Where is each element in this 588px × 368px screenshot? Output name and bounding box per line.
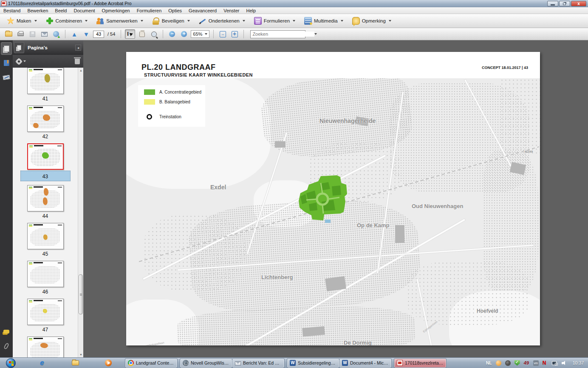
save-button[interactable]: [27, 29, 37, 39]
samenwerken-label: Samenwerken: [106, 18, 138, 23]
chevron-down-icon: [243, 20, 245, 22]
samenwerken-button[interactable]: Samenwerken: [94, 15, 147, 26]
zoom-level-dropdown[interactable]: 65%: [191, 30, 209, 38]
bookmarks-panel-button[interactable]: [1, 57, 12, 69]
page-number-input[interactable]: [93, 31, 104, 38]
language-indicator[interactable]: NL: [486, 360, 492, 365]
page-thumbnail-45[interactable]: 45: [13, 223, 78, 257]
printer-icon: [17, 32, 24, 36]
marquee-zoom-button[interactable]: [149, 29, 159, 39]
chevron-down-icon[interactable]: [23, 60, 26, 62]
ondertekenen-button[interactable]: Ondertekenen: [196, 15, 249, 26]
search-box[interactable]: [250, 30, 305, 38]
document-view-area[interactable]: PL.20 LANDGRAAF STRUCTUURVISIE KAART WIN…: [83, 40, 588, 357]
quicklaunch-explorer[interactable]: [71, 359, 79, 367]
tray-clock[interactable]: 10:37: [573, 360, 584, 365]
menu-bestand[interactable]: Bestand: [0, 8, 24, 13]
menu-bewerken[interactable]: Bewerken: [24, 8, 51, 13]
gear-icon[interactable]: [16, 59, 22, 64]
attachments-panel-button[interactable]: [1, 339, 12, 352]
comments-panel-button[interactable]: [1, 325, 12, 338]
task-acrobat-active[interactable]: 170118svrezlretailpar...: [394, 359, 446, 368]
page-thumbnail-46[interactable]: 46: [13, 261, 78, 295]
menu-help[interactable]: Help: [243, 8, 259, 13]
fit-page-button[interactable]: ✛: [229, 29, 240, 39]
pages-panel-header-button[interactable]: [14, 42, 24, 53]
print-button[interactable]: [15, 29, 25, 39]
task-groupwise-message[interactable]: Bericht Van: Ed Claes...: [232, 359, 284, 368]
groupwise-icon: [183, 360, 189, 366]
menu-venster[interactable]: Venster: [220, 8, 243, 13]
zoom-in-button[interactable]: +: [179, 29, 189, 39]
task-word-document4[interactable]: W Document4 - Micros...: [339, 359, 391, 368]
pages-panel-button[interactable]: [1, 42, 12, 55]
word-icon: W: [290, 360, 296, 366]
quicklaunch-media-player[interactable]: [104, 359, 113, 367]
beveiligen-button[interactable]: Beveiligen: [150, 15, 194, 26]
page-thumbnail-43-selected[interactable]: 43: [13, 143, 78, 181]
maken-button[interactable]: Maken: [4, 15, 41, 26]
tray-black-circle-icon[interactable]: [505, 360, 511, 366]
task-chrome-landgraaf[interactable]: Landgraaf Content ...: [125, 359, 177, 368]
page-thumbnail-47[interactable]: 47: [13, 299, 78, 333]
tray-green-shield-icon[interactable]: [514, 360, 520, 366]
title-bar: 170118svrezlretailparkstadlimburgv06.pdf…: [0, 0, 588, 7]
concept-stamp: CONCEPT 18.01.2017 | 43: [482, 66, 528, 70]
plus-icon: +: [181, 31, 187, 37]
collaborate-people-icon: [96, 17, 104, 25]
tray-novell-n-icon[interactable]: N: [543, 360, 548, 366]
combineren-button[interactable]: Combineren: [43, 15, 92, 26]
fit-width-button[interactable]: ↔: [218, 29, 228, 39]
page-thumbnail-42[interactable]: 42: [13, 106, 78, 140]
previous-page-button[interactable]: ▲: [69, 29, 79, 39]
pdf-page: PL.20 LANDGRAAF STRUCTUURVISIE KAART WIN…: [126, 52, 540, 345]
page-thumbnail-41[interactable]: 41: [13, 68, 78, 102]
chevron-down-icon: [34, 20, 37, 22]
tray-speaker-icon[interactable]: [562, 360, 567, 366]
select-tool-button[interactable]: [125, 29, 135, 39]
email-icon: [41, 32, 48, 37]
magnifier-icon: [151, 31, 157, 37]
menu-opmerkingen[interactable]: Opmerkingen: [99, 8, 133, 13]
menu-geavanceerd[interactable]: Geavanceerd: [185, 8, 220, 13]
minimize-button[interactable]: [547, 1, 558, 6]
hand-tool-button[interactable]: [137, 29, 147, 39]
scrollbar-thumb[interactable]: [79, 274, 83, 314]
maken-label: Maken: [17, 18, 31, 23]
open-button[interactable]: [3, 29, 14, 39]
tray-red-glyph-icon[interactable]: 49: [524, 360, 529, 366]
tray-network-icon[interactable]: [552, 360, 558, 366]
next-page-button[interactable]: ▼: [81, 29, 91, 39]
upload-web-button[interactable]: [51, 29, 61, 39]
thumbnail-scrollbar[interactable]: ▲ ▼: [78, 68, 83, 357]
multimedia-button[interactable]: Multimedia: [302, 15, 347, 26]
menu-beeld[interactable]: Beeld: [51, 8, 70, 13]
menu-opties[interactable]: Opties: [165, 8, 185, 13]
tray-vm-icon[interactable]: vm: [533, 360, 539, 366]
task-groupwise[interactable]: Novell GroupWise - ...: [180, 359, 232, 368]
trash-icon[interactable]: [75, 59, 80, 64]
collapse-panel-button[interactable]: ◂: [75, 45, 81, 51]
formulieren-button[interactable]: Formulieren: [252, 15, 299, 26]
menu-document[interactable]: Document: [70, 8, 98, 13]
page-thumbnail-48[interactable]: 48: [13, 337, 78, 357]
task-word-subsidieregeling[interactable]: W Subsidieregeling Bel...: [287, 359, 339, 368]
pages-panel-title: Pagina's: [28, 45, 48, 50]
combineren-label: Combineren: [56, 18, 82, 23]
menu-formulieren[interactable]: Formulieren: [133, 8, 165, 13]
signature-icon: [3, 75, 10, 80]
email-button[interactable]: [39, 29, 49, 39]
restore-button[interactable]: [559, 1, 570, 6]
start-button[interactable]: [6, 358, 16, 368]
signatures-panel-button[interactable]: [1, 71, 12, 84]
search-input[interactable]: [251, 31, 314, 37]
legend-swatch-concentratiegebied: [144, 89, 155, 95]
opmerking-button[interactable]: Opmerking: [350, 15, 395, 26]
zoom-out-button[interactable]: −: [167, 29, 177, 39]
page-thumbnail-44[interactable]: 44: [13, 185, 78, 219]
legend-label-balansgebied: B. Balansgebied: [159, 100, 190, 104]
close-button[interactable]: x: [571, 1, 586, 6]
quicklaunch-internet-explorer[interactable]: e: [38, 359, 46, 367]
tray-orange-dot-icon[interactable]: [496, 360, 501, 366]
multimedia-label: Multimedia: [314, 18, 338, 23]
